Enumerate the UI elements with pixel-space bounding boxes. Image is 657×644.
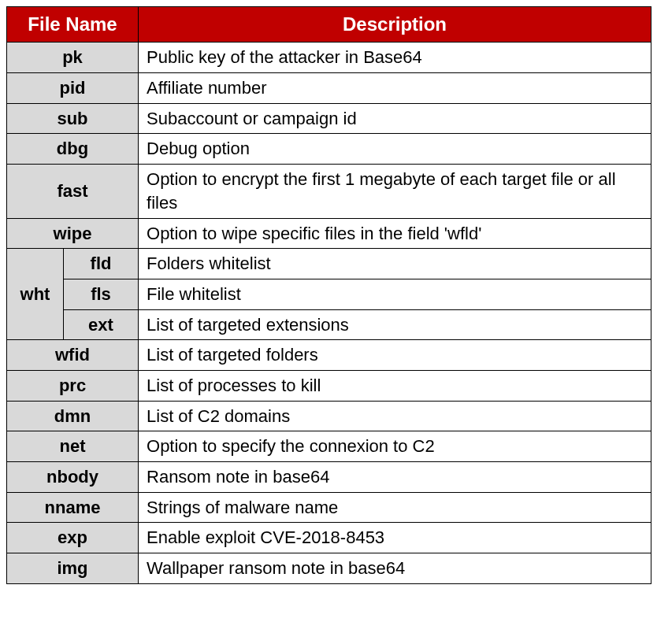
field-desc: Strings of malware name [139,492,651,523]
field-name: sub [7,103,139,134]
field-name: nname [7,492,139,523]
field-desc: Folders whitelist [139,249,651,279]
table-row: exp Enable exploit CVE-2018-8453 [7,523,651,553]
table-header-row: File Name Description [7,7,651,43]
field-name: nbody [7,462,139,493]
header-description: Description [139,7,651,43]
field-desc: Option to encrypt the first 1 megabyte o… [139,165,651,218]
table-row: wht fld Folders whitelist [7,249,651,279]
field-desc: List of C2 domains [139,401,651,431]
field-name: pk [7,43,139,73]
table-row: net Option to specify the connexion to C… [7,431,651,462]
field-name: wipe [7,218,139,249]
field-name: fast [7,165,139,218]
table-row: fast Option to encrypt the first 1 megab… [7,165,651,218]
table-row: nname Strings of malware name [7,492,651,523]
field-group-name: wht [7,249,64,340]
table-row: nbody Ransom note in base64 [7,462,651,493]
table-row: img Wallpaper ransom note in base64 [7,553,651,584]
table-row: dmn List of C2 domains [7,401,651,431]
field-desc: File whitelist [139,279,651,309]
field-desc: List of targeted extensions [139,309,651,340]
table-row: wfid List of targeted folders [7,340,651,371]
field-desc: Public key of the attacker in Base64 [139,43,651,73]
field-desc: Debug option [139,134,651,165]
field-name: net [7,431,139,462]
field-name: wfid [7,340,139,371]
table-row: prc List of processes to kill [7,370,651,401]
field-name: prc [7,370,139,401]
field-desc: Ransom note in base64 [139,462,651,493]
field-desc: List of processes to kill [139,370,651,401]
table-row: ext List of targeted extensions [7,309,651,340]
field-desc: Enable exploit CVE-2018-8453 [139,523,651,553]
table-row: dbg Debug option [7,134,651,165]
field-desc: Option to specify the connexion to C2 [139,431,651,462]
field-name: dmn [7,401,139,431]
table-row: sub Subaccount or campaign id [7,103,651,134]
field-desc: Option to wipe specific files in the fie… [139,218,651,249]
table-row: pk Public key of the attacker in Base64 [7,43,651,73]
field-name: dbg [7,134,139,165]
header-file-name: File Name [7,7,139,43]
field-sub-name: fld [64,249,139,279]
field-desc: Subaccount or campaign id [139,103,651,134]
field-desc: Wallpaper ransom note in base64 [139,553,651,584]
field-name: pid [7,73,139,104]
field-sub-name: ext [64,309,139,340]
field-desc: Affiliate number [139,73,651,104]
table-row: fls File whitelist [7,279,651,309]
field-name: exp [7,523,139,553]
config-fields-table: File Name Description pk Public key of t… [6,6,651,584]
table-row: pid Affiliate number [7,73,651,104]
field-sub-name: fls [64,279,139,309]
field-name: img [7,553,139,584]
field-desc: List of targeted folders [139,340,651,371]
table-row: wipe Option to wipe specific files in th… [7,218,651,249]
